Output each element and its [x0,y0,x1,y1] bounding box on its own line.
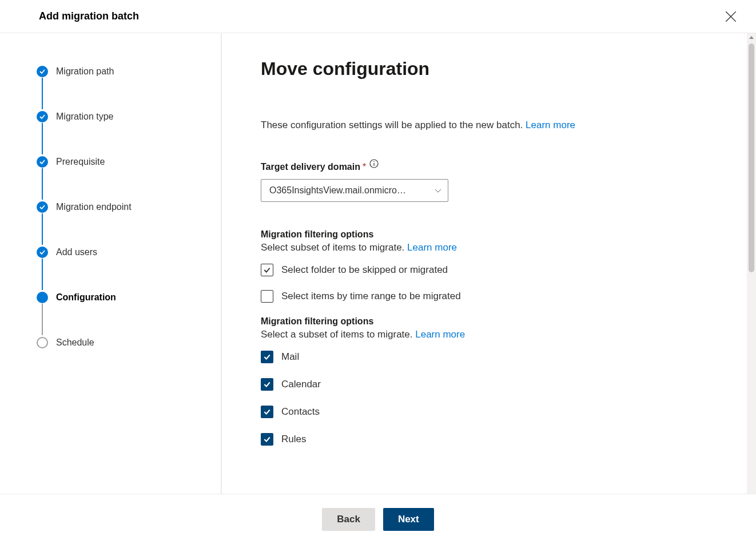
target-domain-text: Target delivery domain [261,162,360,172]
step-label: Schedule [56,337,94,348]
step-connector [42,123,43,154]
filter-section-desc: Select subset of items to migrate. Learn… [261,242,695,253]
filter-section-title: Migration filtering options [261,229,695,240]
checkbox-label: Select items by time range to be migrate… [281,291,461,302]
filter-desc-text: Select subset of items to migrate. [261,242,407,253]
wizard-steps-sidebar: Migration path Migration type Prerequisi… [0,33,222,494]
step-prerequisite[interactable]: Prerequisite [37,156,221,168]
filter2-desc-text: Select a subset of items to migrate. [261,329,415,340]
learn-more-link[interactable]: Learn more [526,120,575,130]
checkbox-label: Calendar [281,379,321,390]
step-label: Add users [56,247,97,257]
step-pending-icon [37,337,48,348]
step-migration-path[interactable]: Migration path [37,65,221,78]
checkbox-row-folder: Select folder to be skipped or migrated [261,264,695,276]
step-label: Configuration [56,292,116,303]
checkbox-label: Contacts [281,406,320,418]
wizard-footer: Back Next [0,494,756,544]
filter-row-rules: Rules [261,433,695,446]
close-icon [725,11,737,22]
step-migration-type[interactable]: Migration type [37,110,221,123]
page-header: Add migration batch [0,0,756,33]
next-button[interactable]: Next [383,508,434,531]
filter-section2-title: Migration filtering options [261,316,695,327]
back-button[interactable]: Back [322,508,375,531]
step-configuration[interactable]: Configuration [37,291,221,304]
scrollbar-thumb[interactable] [749,43,754,272]
checkbox-rules[interactable] [261,433,273,446]
step-label: Migration endpoint [56,202,132,212]
scrollbar[interactable] [747,33,756,494]
page-title: Add migration batch [39,10,139,22]
filter-row-mail: Mail [261,351,695,363]
checkbox-select-folder[interactable] [261,264,273,276]
svg-point-4 [373,161,375,162]
step-current-icon [37,292,48,303]
step-completed-icon [37,247,48,258]
step-add-users[interactable]: Add users [37,246,221,259]
target-domain-dropdown[interactable]: O365InsightsView.mail.onmicro… [261,179,448,202]
target-domain-label: Target delivery domain * [261,162,695,172]
checkbox-calendar[interactable] [261,378,273,391]
intro-text: These configuration settings will be app… [261,120,695,131]
learn-more-link[interactable]: Learn more [407,242,457,253]
step-label: Migration path [56,66,114,77]
learn-more-link[interactable]: Learn more [415,329,465,340]
step-connector [42,259,43,290]
checkbox-label: Select folder to be skipped or migrated [281,264,448,276]
step-label: Prerequisite [56,157,105,167]
step-completed-icon [37,201,48,213]
checkbox-label: Rules [281,434,306,445]
dropdown-value: O365InsightsView.mail.onmicro… [269,185,434,196]
scrollbar-up-icon [749,36,754,39]
step-connector [42,304,43,335]
main-content: Move configuration These configuration s… [222,33,756,494]
step-migration-endpoint[interactable]: Migration endpoint [37,201,221,213]
content-heading: Move configuration [261,58,695,80]
filter-row-calendar: Calendar [261,378,695,391]
checkbox-label: Mail [281,351,299,363]
intro-text-span: These configuration settings will be app… [261,120,526,130]
step-completed-icon [37,111,48,122]
info-icon[interactable] [369,159,379,168]
step-connector [42,168,43,200]
filter-row-contacts: Contacts [261,406,695,418]
step-schedule[interactable]: Schedule [37,336,221,349]
checkbox-select-timerange[interactable] [261,290,273,303]
chevron-down-icon [434,186,442,194]
step-connector [42,213,43,245]
checkbox-row-timerange: Select items by time range to be migrate… [261,290,695,303]
checkbox-contacts[interactable] [261,406,273,418]
step-label: Migration type [56,112,114,122]
checkbox-mail[interactable] [261,351,273,363]
close-button[interactable] [722,7,740,26]
step-completed-icon [37,66,48,77]
filter-section2-desc: Select a subset of items to migrate. Lea… [261,329,695,340]
step-completed-icon [37,156,48,168]
required-asterisk: * [363,162,366,172]
step-connector [42,78,43,109]
